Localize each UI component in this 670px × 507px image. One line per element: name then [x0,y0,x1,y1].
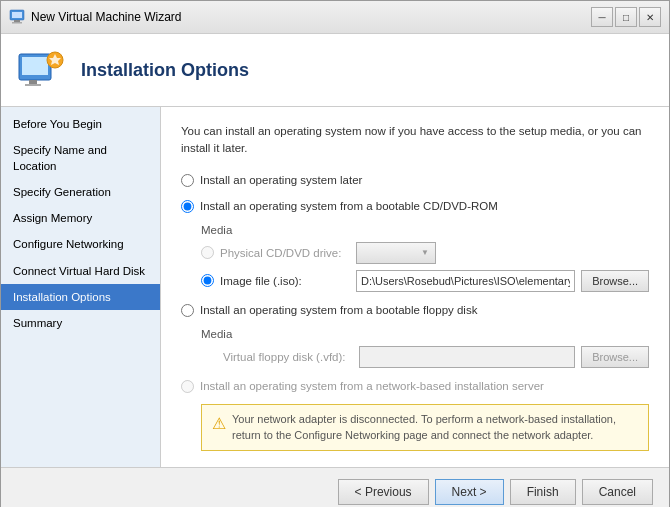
svg-rect-1 [12,12,22,18]
warning-icon: ⚠ [212,412,226,444]
floppy-vfd-row: Virtual floppy disk (.vfd): Browse... [201,346,649,368]
radio-physical-cd[interactable] [201,246,214,259]
image-browse-button[interactable]: Browse... [581,270,649,292]
sidebar-item-summary[interactable]: Summary [1,310,160,336]
titlebar-left: New Virtual Machine Wizard [9,9,182,25]
image-file-row: Image file (.iso): Browse... [201,270,649,292]
titlebar: New Virtual Machine Wizard ─ □ ✕ [1,1,669,34]
sidebar-item-specify-name[interactable]: Specify Name and Location [1,137,160,179]
label-image-file: Image file (.iso): [220,275,350,287]
option-install-floppy: Install an operating system from a boota… [181,302,649,318]
svg-rect-5 [22,57,48,75]
window: New Virtual Machine Wizard ─ □ ✕ Install… [0,0,670,507]
label-install-floppy[interactable]: Install an operating system from a boota… [200,302,477,318]
sidebar-item-specify-generation[interactable]: Specify Generation [1,179,160,205]
svg-rect-6 [29,80,37,84]
titlebar-controls: ─ □ ✕ [591,7,661,27]
svg-rect-7 [25,84,41,86]
label-install-network: Install an operating system from a netwo… [200,378,544,394]
header-wizard-icon [17,46,65,94]
cancel-button[interactable]: Cancel [582,479,653,505]
sidebar-item-assign-memory[interactable]: Assign Memory [1,205,160,231]
vfd-input[interactable] [359,346,575,368]
physical-cd-row: Physical CD/DVD drive: ▼ [201,242,649,264]
label-physical-cd: Physical CD/DVD drive: [220,247,350,259]
radio-install-network[interactable] [181,380,194,393]
footer: < Previous Next > Finish Cancel [1,467,669,507]
image-file-input[interactable] [356,270,575,292]
label-install-cd[interactable]: Install an operating system from a boota… [200,198,498,214]
svg-rect-3 [12,22,22,24]
sidebar-item-before-you-begin[interactable]: Before You Begin [1,111,160,137]
maximize-button[interactable]: □ [615,7,637,27]
dropdown-arrow-icon: ▼ [421,248,429,257]
floppy-media-group: Media Virtual floppy disk (.vfd): Browse… [201,328,649,368]
sidebar-item-connect-vhd[interactable]: Connect Virtual Hard Disk [1,258,160,284]
option-install-later: Install an operating system later [181,172,649,188]
svg-rect-2 [14,20,20,22]
header-section: Installation Options [1,34,669,107]
radio-install-cd[interactable] [181,200,194,213]
previous-button[interactable]: < Previous [338,479,429,505]
label-install-later[interactable]: Install an operating system later [200,172,362,188]
floppy-media-title: Media [201,328,649,340]
body-area: Before You Begin Specify Name and Locati… [1,107,669,467]
sidebar: Before You Begin Specify Name and Locati… [1,107,161,467]
sidebar-item-configure-networking[interactable]: Configure Networking [1,231,160,257]
cd-media-group: Media Physical CD/DVD drive: ▼ Image f [201,224,649,292]
main-content: You can install an operating system now … [161,107,669,467]
intro-text: You can install an operating system now … [181,123,649,158]
radio-install-later[interactable] [181,174,194,187]
cd-media-title: Media [201,224,649,236]
option-install-cd: Install an operating system from a boota… [181,198,649,214]
network-warning: ⚠ Your network adapter is disconnected. … [201,404,649,451]
radio-install-floppy[interactable] [181,304,194,317]
next-button[interactable]: Next > [435,479,504,505]
sidebar-item-installation-options[interactable]: Installation Options [1,284,160,310]
option-install-network: Install an operating system from a netwo… [181,378,649,394]
close-button[interactable]: ✕ [639,7,661,27]
finish-button[interactable]: Finish [510,479,576,505]
radio-image-file[interactable] [201,274,214,287]
window-title: New Virtual Machine Wizard [31,10,182,24]
main-layout: Installation Options Before You Begin Sp… [1,34,669,507]
label-vfd: Virtual floppy disk (.vfd): [223,351,353,363]
app-icon [9,9,25,25]
floppy-browse-button[interactable]: Browse... [581,346,649,368]
minimize-button[interactable]: ─ [591,7,613,27]
network-warning-text: Your network adapter is disconnected. To… [232,411,638,444]
page-title: Installation Options [81,60,249,81]
physical-cd-dropdown[interactable]: ▼ [356,242,436,264]
